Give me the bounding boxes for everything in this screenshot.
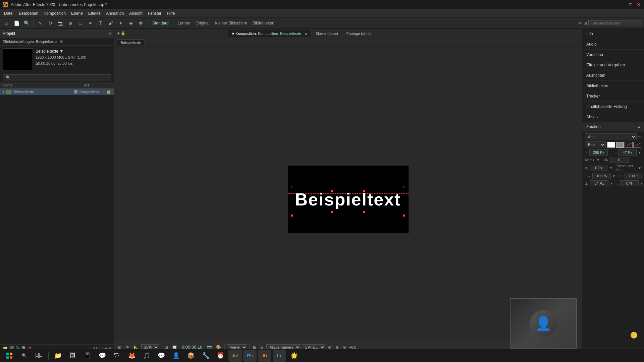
whatsapp-btn[interactable]: 💬 — [96, 350, 109, 362]
home-tool[interactable]: ⌂ — [2, 19, 11, 27]
another-btn[interactable]: 🌟 — [287, 350, 301, 362]
comp-tab-footage[interactable]: Footage (ohne) — [342, 30, 376, 37]
comp-tabs: ■ 🔒 ■ Komposition: Komposition: Beispiel… — [114, 29, 582, 38]
project-item[interactable]: ▶ Beispieltexte Komposition 🔒 — [0, 88, 114, 95]
text-tool[interactable]: T — [96, 19, 105, 27]
canvas-text[interactable]: Beispieltext — [295, 189, 401, 209]
start-button[interactable] — [3, 350, 16, 362]
comp-tab-menu[interactable]: ≡ — [305, 32, 307, 36]
puppet-tool[interactable]: ✾ — [137, 19, 145, 27]
tracking-input[interactable] — [610, 157, 629, 163]
right-align[interactable]: Ausrichten — [582, 70, 644, 81]
security-btn[interactable]: 🛡 — [110, 350, 124, 362]
scale-h-input[interactable] — [592, 173, 611, 179]
menu-hilfe[interactable]: Hilfe — [164, 10, 177, 16]
menu-ansicht[interactable]: Ansicht — [126, 10, 145, 16]
grid-icon[interactable]: ⊞ — [584, 21, 587, 25]
menubar: Datei Bearbeiten Komposition Ebene Effek… — [0, 9, 644, 17]
info-notification-dot[interactable] — [631, 332, 637, 339]
style-select[interactable]: Bold — [585, 141, 606, 148]
firefox-btn[interactable]: 🦊 — [125, 350, 139, 362]
ae-taskbar-btn[interactable]: Ae — [228, 350, 242, 362]
menu-animation[interactable]: Animation — [103, 10, 126, 16]
zeichen-panel-header[interactable]: Zeichen ≡ — [582, 122, 644, 131]
comp-tab-layer[interactable]: Ebene (ohne) — [312, 30, 342, 37]
thumb-name[interactable]: Beispieltexte ▼ — [36, 48, 86, 55]
libraries-label[interactable]: Bibliotheken — [250, 20, 276, 26]
thumb-duration: Δ0:00:10:00, 25,00 fps — [36, 61, 86, 67]
project-tab[interactable]: Projekt — [3, 31, 15, 36]
project-search-input[interactable] — [3, 74, 111, 80]
clone-tool[interactable]: ✦ — [116, 19, 125, 27]
ps-taskbar-btn[interactable]: Ps — [243, 350, 257, 362]
menu-komposition[interactable]: Komposition — [41, 10, 68, 16]
new-tool[interactable]: 📄 — [12, 19, 21, 27]
app-icon: Ae — [3, 2, 8, 7]
search-taskbar-btn[interactable]: 🔍 — [17, 350, 31, 362]
learn-label[interactable]: Lernen — [176, 20, 192, 26]
files2-btn[interactable]: 📦 — [184, 350, 198, 362]
help-search[interactable] — [588, 20, 642, 26]
stroke-input[interactable] — [590, 165, 608, 171]
stroke-none[interactable] — [633, 142, 641, 148]
facebook-btn[interactable]: 👤 — [169, 350, 183, 362]
menu-bearbeiten[interactable]: Bearbeiten — [16, 10, 41, 16]
stroke-arrow: ▼ — [609, 166, 613, 170]
ai-taskbar-btn[interactable]: Ai — [258, 350, 271, 362]
minimize-button[interactable]: ─ — [620, 2, 625, 7]
menu-datei[interactable]: Datei — [1, 10, 16, 16]
project-menu-icon[interactable]: ≡ — [109, 31, 111, 36]
menu-ebene[interactable]: Ebene — [68, 10, 86, 16]
font-size-input[interactable] — [589, 149, 608, 156]
right-info[interactable]: Info — [582, 29, 644, 39]
align-label[interactable]: Standard — [150, 20, 171, 26]
camera-tool[interactable]: 📷 — [56, 19, 65, 27]
zeichen-expand[interactable]: ≡ — [638, 124, 640, 129]
clock-btn[interactable]: ⏰ — [214, 350, 227, 362]
original-label[interactable]: Original — [194, 20, 211, 26]
lr-taskbar-btn[interactable]: Lr — [273, 350, 286, 362]
gallery-btn[interactable]: 🖼 — [66, 350, 79, 362]
right-libraries[interactable]: Bibliotheken — [582, 81, 644, 91]
comp-tab-main[interactable]: ■ Komposition: Komposition: Beispieltext… — [228, 30, 312, 37]
right-audio[interactable]: Audio — [582, 39, 644, 50]
settings-btn[interactable]: 🔧 — [199, 350, 212, 362]
expand-panels-icon[interactable]: ≫ — [578, 21, 582, 25]
rotate-tool[interactable]: ↻ — [46, 19, 55, 27]
brush-tool[interactable]: 🖌 — [106, 19, 115, 27]
right-effects[interactable]: Effekte und Vorgaben — [582, 60, 644, 70]
anchor-tool[interactable]: ⊕ — [66, 19, 75, 27]
select-tool[interactable]: ↖ — [36, 19, 45, 27]
store-btn[interactable]: 📱 — [81, 350, 94, 362]
small-screen-label[interactable]: Kleiner Bildschirm — [213, 20, 249, 26]
fill-color[interactable] — [607, 142, 615, 148]
menu-effekte[interactable]: Effekte — [86, 10, 103, 16]
scale-v-input[interactable] — [625, 173, 643, 179]
close-button[interactable]: ✕ — [636, 2, 641, 7]
effects-expand[interactable]: ⊞ — [60, 40, 63, 44]
search-tool[interactable]: 🔍 — [22, 19, 31, 27]
baseline-input[interactable] — [590, 180, 608, 186]
taskview-btn[interactable] — [32, 350, 46, 362]
right-tracker[interactable]: Tracker — [582, 91, 644, 102]
maximize-button[interactable]: □ — [628, 2, 633, 7]
menu-fenster[interactable]: Fenster — [145, 10, 164, 16]
text-handle-1 — [331, 190, 333, 192]
right-absatz[interactable]: Absatz — [582, 112, 644, 122]
music-btn[interactable]: 🎵 — [140, 350, 153, 362]
toolbar-sep-3 — [173, 20, 173, 26]
font-style-icon[interactable]: ✏ — [638, 134, 641, 139]
leading-input[interactable] — [618, 149, 637, 156]
shape-tool[interactable]: □ — [76, 19, 85, 27]
sub-tab-beispieltexte[interactable]: Beispieltexte — [117, 40, 145, 45]
pen-tool[interactable]: ✒ — [86, 19, 95, 27]
stroke-color[interactable] — [616, 142, 624, 148]
right-preview[interactable]: Vorschau — [582, 50, 644, 60]
font-select[interactable]: Arial — [585, 133, 637, 140]
eraser-tool[interactable]: ◈ — [126, 19, 135, 27]
messenger-btn[interactable]: 💬 — [155, 350, 168, 362]
tsf-input[interactable] — [620, 180, 639, 186]
right-content[interactable]: Inhaltsbasierte Füllung — [582, 102, 644, 112]
files-btn[interactable]: 📁 — [51, 350, 65, 362]
fill-none[interactable] — [625, 142, 633, 148]
